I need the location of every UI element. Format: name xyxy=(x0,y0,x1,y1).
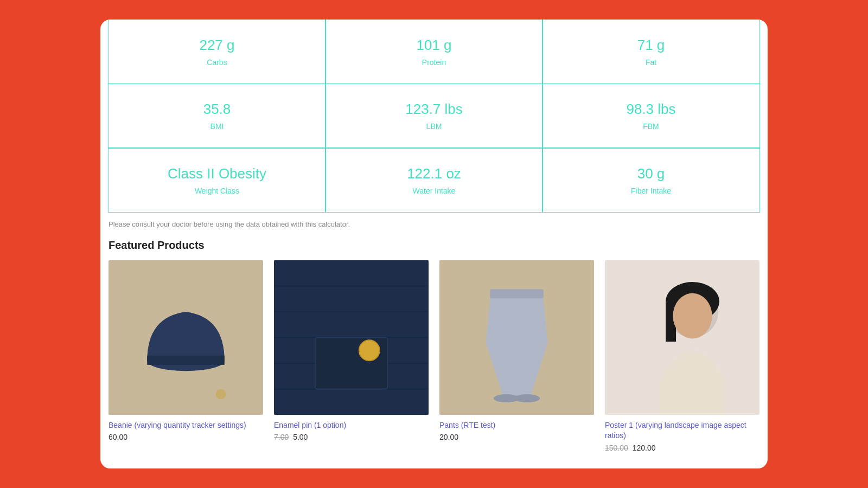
fiber-intake-label: Fiber Intake xyxy=(631,187,671,195)
product-name-enamel[interactable]: Enamel pin (1 option) xyxy=(274,420,429,431)
svg-rect-2 xyxy=(147,355,225,364)
product-sale-price-pants: 20.00 xyxy=(439,433,458,441)
product-image-enamel[interactable] xyxy=(274,260,429,415)
fbm-label: FBM xyxy=(643,122,659,131)
metrics-row-2: 35.8 BMI 123.7 lbs LBM 98.3 lbs FBM xyxy=(108,84,760,149)
lbm-value: 123.7 lbs xyxy=(405,101,463,118)
bmi-value: 35.8 xyxy=(203,101,231,118)
product-image-poster[interactable] xyxy=(605,260,760,415)
svg-point-21 xyxy=(673,293,712,338)
product-regular-price-enamel: 7.00 xyxy=(274,433,289,441)
lbm-cell: 123.7 lbs LBM xyxy=(325,84,543,149)
svg-rect-14 xyxy=(490,289,544,298)
product-regular-price-poster: 150.00 xyxy=(605,444,628,452)
carbs-label: Carbs xyxy=(207,58,227,67)
products-grid: Beanie (varying quantity tracker setting… xyxy=(108,260,760,452)
product-card-pants: Pants (RTE test) 20.00 xyxy=(439,260,594,452)
fat-value: 71 g xyxy=(637,37,665,54)
protein-value: 101 g xyxy=(416,37,451,54)
protein-cell: 101 g Protein xyxy=(325,20,543,84)
product-name-pants[interactable]: Pants (RTE test) xyxy=(439,420,594,431)
product-price-beanie: 60.00 xyxy=(108,433,263,441)
product-image-pants[interactable] xyxy=(439,260,594,415)
featured-section: Featured Products Beanie (vary xyxy=(100,230,768,452)
product-price-pants: 20.00 xyxy=(439,433,594,441)
product-price-poster: 150.00 120.00 xyxy=(605,444,760,452)
product-sale-price-enamel: 5.00 xyxy=(293,433,308,441)
fat-cell: 71 g Fat xyxy=(542,20,760,84)
fat-label: Fat xyxy=(646,58,656,67)
product-card-beanie: Beanie (varying quantity tracker setting… xyxy=(108,260,263,452)
fiber-intake-value: 30 g xyxy=(637,165,665,182)
carbs-value: 227 g xyxy=(199,37,234,54)
svg-point-12 xyxy=(359,340,380,361)
fbm-cell: 98.3 lbs FBM xyxy=(542,84,760,149)
carbs-cell: 227 g Carbs xyxy=(108,20,326,84)
featured-title: Featured Products xyxy=(108,239,760,252)
product-price-enamel: 7.00 5.00 xyxy=(274,433,429,441)
product-card-poster: Poster 1 (varying landscape image aspect… xyxy=(605,260,760,452)
product-sale-price-beanie: 60.00 xyxy=(108,433,127,441)
fiber-intake-cell: 30 g Fiber Intake xyxy=(542,147,760,213)
metrics-wrapper: 227 g Carbs 101 g Protein 71 g Fat 35.8 … xyxy=(100,20,768,213)
product-name-beanie[interactable]: Beanie (varying quantity tracker setting… xyxy=(108,420,263,431)
lbm-label: LBM xyxy=(426,122,442,131)
svg-point-16 xyxy=(514,394,540,402)
water-intake-cell: 122.1 oz Water Intake xyxy=(325,147,543,213)
weight-class-cell: Class II Obesity Weight Class xyxy=(108,147,326,213)
svg-point-3 xyxy=(216,389,226,399)
product-card-enamel: Enamel pin (1 option) 7.00 5.00 xyxy=(274,260,429,452)
fbm-value: 98.3 lbs xyxy=(626,101,675,118)
weight-class-label: Weight Class xyxy=(195,187,239,195)
bmi-label: BMI xyxy=(210,122,224,131)
water-intake-label: Water Intake xyxy=(413,187,456,195)
product-image-beanie[interactable] xyxy=(108,260,263,415)
weight-class-value: Class II Obesity xyxy=(168,165,266,182)
water-intake-value: 122.1 oz xyxy=(407,165,461,182)
main-card: 227 g Carbs 101 g Protein 71 g Fat 35.8 … xyxy=(100,20,768,468)
protein-label: Protein xyxy=(422,58,446,67)
bmi-cell: 35.8 BMI xyxy=(108,84,326,149)
metrics-row-1: 227 g Carbs 101 g Protein 71 g Fat xyxy=(108,20,760,84)
product-name-poster[interactable]: Poster 1 (varying landscape image aspect… xyxy=(605,420,760,441)
product-sale-price-poster: 120.00 xyxy=(633,444,656,452)
metrics-row-3: Class II Obesity Weight Class 122.1 oz W… xyxy=(108,148,760,213)
disclaimer-text: Please consult your doctor before using … xyxy=(100,213,768,230)
